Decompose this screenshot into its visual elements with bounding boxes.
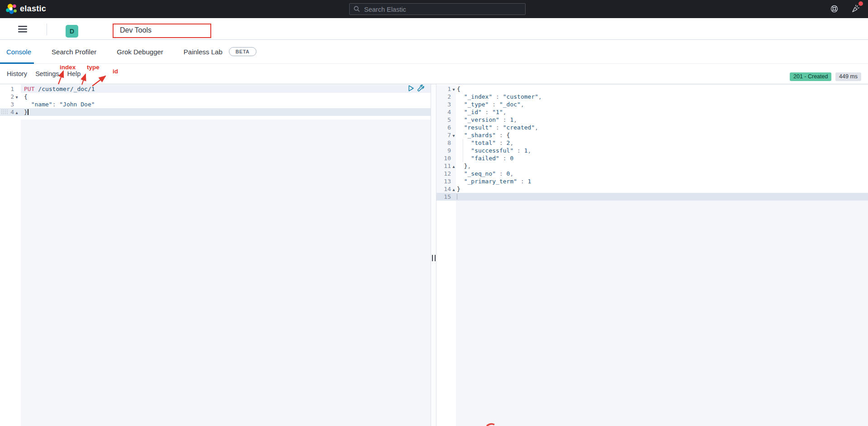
line-number: 9: [436, 147, 456, 154]
line-number: 1: [0, 85, 21, 93]
space-avatar[interactable]: D: [66, 25, 78, 38]
line-number: 7▾: [436, 131, 456, 139]
search-icon: [353, 5, 360, 14]
menu-item-help[interactable]: Help: [67, 70, 81, 77]
dev-tools-page: elastic: [0, 0, 868, 426]
line-number: 10: [436, 154, 456, 162]
nav-divider: [47, 24, 47, 35]
line-number: 11▴: [436, 162, 456, 170]
tab-console[interactable]: Console: [6, 48, 31, 56]
line-number: 4▴: [0, 108, 21, 116]
elastic-logo-icon[interactable]: [5, 3, 17, 17]
newsfeed-button[interactable]: [851, 4, 860, 14]
send-request-button[interactable]: [408, 85, 414, 91]
line-number: 13: [436, 177, 456, 185]
tab-grok-debugger[interactable]: Grok Debugger: [117, 48, 163, 56]
response-lines: 1▾{2 "_index" : "customer",3 "_type" : "…: [436, 85, 868, 201]
code-line: 5 "_version" : 1,: [436, 116, 868, 124]
breadcrumb-dev-tools[interactable]: Dev Tools: [120, 24, 152, 37]
search-input[interactable]: [363, 4, 519, 15]
text-cursor: [457, 194, 457, 200]
request-options-wrench-button[interactable]: [417, 84, 425, 92]
line-number: 12: [436, 170, 456, 177]
code-line: 1▾{: [436, 85, 868, 93]
console-menu-items: HistorySettingsHelp: [7, 64, 81, 84]
code-line: 11▴ },: [436, 162, 868, 170]
panel-resize-handle-icon[interactable]: [432, 255, 436, 261]
beta-badge: BETA: [229, 47, 256, 56]
tab-label: Console: [6, 48, 31, 56]
code-line: 4▴}: [0, 108, 431, 116]
notification-dot: [859, 1, 863, 6]
request-editor[interactable]: 1PUT /customer/_doc/12▾{3 "name": "John …: [0, 84, 431, 426]
code-line: 10 "failed" : 0: [436, 154, 868, 162]
line-number: 2: [436, 93, 456, 101]
console-menu-bar: HistorySettingsHelp 201 - Created 449 ms: [0, 64, 868, 84]
code-line: 13 "_primary_term" : 1: [436, 177, 868, 185]
help-button[interactable]: [830, 5, 838, 14]
code-line: 2▾{: [0, 93, 431, 101]
request-gutter: [0, 84, 21, 426]
code-line: 15: [436, 193, 868, 201]
response-time-badge: 449 ms: [835, 72, 861, 81]
line-number: 2▾: [0, 93, 21, 101]
line-number: 8: [436, 139, 456, 147]
fold-toggle-icon[interactable]: ▾: [14, 93, 19, 101]
line-number: 4: [436, 108, 456, 116]
response-status-badge: 201 - Created: [790, 72, 831, 81]
code-line: 6 "result" : "created",: [436, 124, 868, 131]
code-line: 1PUT /customer/_doc/1: [0, 85, 431, 93]
tab-painless-lab[interactable]: Painless LabBETA: [184, 47, 256, 56]
request-actions: [408, 84, 425, 92]
line-number: 14▴: [436, 185, 456, 193]
line-number: 6: [436, 124, 456, 131]
top-header-bar: elastic: [0, 0, 868, 18]
fold-toggle-icon[interactable]: ▴: [14, 109, 19, 116]
line-number: 1▾: [436, 85, 456, 93]
main-menu-button[interactable]: [18, 26, 27, 34]
tab-search-profiler[interactable]: Search Profiler: [52, 48, 96, 56]
panel-resizer[interactable]: [431, 84, 436, 426]
text-cursor: [28, 109, 28, 115]
line-number: 3: [0, 101, 21, 108]
global-search-bar: [349, 3, 526, 15]
menu-item-settings[interactable]: Settings: [35, 70, 59, 77]
code-line: 4 "_id" : "1",: [436, 108, 868, 116]
menu-item-history[interactable]: History: [7, 70, 27, 77]
console-workspace: 1PUT /customer/_doc/12▾{3 "name": "John …: [0, 84, 868, 426]
code-line: 8 "total" : 2,: [436, 139, 868, 147]
code-line: 12 "_seq_no" : 0,: [436, 170, 868, 177]
tab-label: Grok Debugger: [117, 48, 163, 56]
code-line: 9 "successful" : 1,: [436, 147, 868, 154]
line-number: 3: [436, 101, 456, 108]
tab-label: Painless Lab: [184, 48, 223, 56]
code-line: 2 "_index" : "customer",: [436, 93, 868, 101]
code-line: 14▴}: [436, 185, 868, 193]
line-number: 15: [436, 193, 456, 201]
response-viewer[interactable]: 1▾{2 "_index" : "customer",3 "_type" : "…: [436, 84, 868, 426]
line-number: 5: [436, 116, 456, 124]
code-line: 3 "name": "John Doe": [0, 101, 431, 108]
code-line: 3 "_type" : "_doc",: [436, 101, 868, 108]
tab-label: Search Profiler: [52, 48, 96, 56]
brand-wordmark: elastic: [20, 4, 46, 14]
request-editor-lines: 1PUT /customer/_doc/12▾{3 "name": "John …: [0, 85, 431, 120]
breadcrumb-bar: D Dev Tools: [0, 18, 868, 40]
code-line: 7▾ "_shards" : {: [436, 131, 868, 139]
tab-bar: ConsoleSearch ProfilerGrok DebuggerPainl…: [0, 40, 868, 64]
